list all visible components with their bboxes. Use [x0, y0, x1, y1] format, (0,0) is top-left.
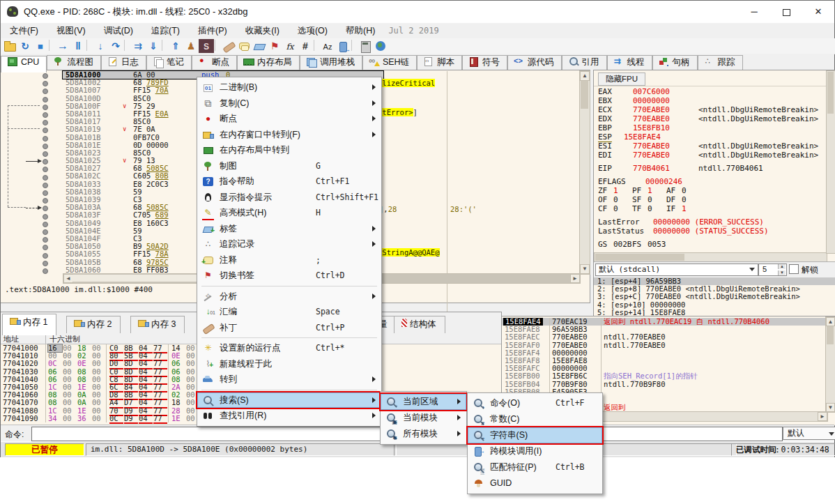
breakpoint-dot[interactable]: [43, 229, 48, 235]
tab-log[interactable]: 日志: [101, 55, 146, 70]
register-row[interactable]: EDX770EABE0<ntdll.DbgUiRemoteBreakin>: [598, 114, 828, 123]
call-argument-row[interactable]: 3: [esp+C] 770EABE0 <ntdll.DbgUiRemoteBr…: [594, 293, 835, 300]
menubar-item-0[interactable]: 文件(F): [1, 23, 47, 38]
flags-row[interactable]: CF0TF0IF1: [598, 204, 828, 213]
context-menu-item-6[interactable]: 指令帮助Ctrl+F1: [197, 174, 381, 190]
tab-seh-chain[interactable]: SEH链: [362, 55, 417, 70]
dump-tab[interactable]: 内存 3: [130, 316, 185, 335]
step-into-icon[interactable]: [93, 39, 108, 53]
command-script-type-select[interactable]: 默认: [783, 427, 835, 440]
breakpoint-dot[interactable]: [43, 245, 48, 250]
register-row-eflags[interactable]: EFLAGS00000246: [598, 177, 828, 186]
segment-registers-row[interactable]: GS002BFS0053: [598, 240, 828, 249]
calculator-icon[interactable]: [358, 39, 373, 53]
patches-icon[interactable]: [221, 39, 236, 53]
call-arguments-list[interactable]: 1: [esp+4] 96A59BB32: [esp+8] 770EABE0 <…: [594, 277, 835, 316]
pause-icon[interactable]: [70, 39, 86, 53]
menubar-item-7[interactable]: 帮助(H): [337, 23, 384, 38]
context-menu-item-3[interactable]: 在内存窗口中转到(F): [197, 127, 381, 143]
context-menu-item-5[interactable]: 制图G: [197, 158, 381, 174]
breakpoint-dot[interactable]: [43, 112, 48, 118]
scylla-icon[interactable]: [199, 39, 214, 53]
search-submenu-item-0[interactable]: 当前区域: [381, 394, 466, 410]
context-menu-item-2[interactable]: 断点: [197, 111, 381, 127]
lasterror-row[interactable]: LastError00000000 (ERROR_SUCCESS): [598, 217, 828, 227]
breakpoint-dot[interactable]: [43, 120, 48, 125]
breakpoint-dot[interactable]: [43, 268, 48, 274]
register-row[interactable]: EBX00000000: [598, 96, 828, 105]
stack-vscrollbar[interactable]: ▲ ▼: [825, 316, 835, 413]
breakpoint-dot[interactable]: [43, 136, 48, 142]
context-menu-item-11[interactable]: 注释;: [197, 252, 381, 268]
breakpoint-dot[interactable]: [43, 214, 48, 220]
unlock-checkbox[interactable]: [789, 264, 799, 274]
flags-row[interactable]: OF0SF0DF0: [598, 195, 828, 204]
tab-memory-map[interactable]: 内存布局: [237, 55, 300, 70]
tab-graph[interactable]: 流程图: [47, 55, 101, 70]
menubar-item-4[interactable]: 插件(P): [189, 23, 236, 38]
register-row[interactable]: EDI770EABE0<ntdll.DbgUiRemoteBreakin>: [598, 151, 828, 160]
context-menu-item-20[interactable]: 查找引用(R): [197, 408, 381, 424]
tab-symbols[interactable]: 符号: [462, 55, 507, 70]
menubar-item-2[interactable]: 调试(D): [95, 23, 142, 38]
menubar-item-1[interactable]: 视图(V): [47, 23, 95, 38]
register-row[interactable]: EAX007C6000: [598, 87, 828, 96]
run-icon[interactable]: [55, 39, 70, 53]
tab-trace[interactable]: 跟踪: [698, 55, 743, 70]
region-submenu-item-4[interactable]: 匹配特征(P)Ctrl+B: [468, 459, 602, 475]
hide-fpu-button[interactable]: 隐藏FPU: [598, 72, 645, 86]
region-submenu-item-2[interactable]: 字符串(S): [468, 427, 602, 443]
tab-source[interactable]: 源代码: [507, 55, 562, 70]
breakpoint-dot[interactable]: [43, 175, 48, 181]
breakpoint-dot[interactable]: [43, 183, 48, 188]
stack-row[interactable]: 15E8FB04770B9F80ntdll.770B9F80: [502, 381, 835, 388]
fx-functions-icon[interactable]: [282, 39, 298, 53]
breakpoint-dot[interactable]: [43, 81, 48, 86]
context-menu-item-17[interactable]: 新建线程于此: [197, 356, 381, 372]
context-menu-item-8[interactable]: 高亮模式(H)H: [197, 205, 381, 221]
breakpoint-dot[interactable]: [43, 89, 48, 94]
tab-breakpoints[interactable]: 断点: [192, 55, 237, 70]
register-row[interactable]: ECX770EABE0<ntdll.DbgUiRemoteBreakin>: [598, 105, 828, 114]
tab-threads[interactable]: 线程: [607, 55, 652, 70]
hash-patterns-icon[interactable]: [298, 39, 313, 53]
stop-debugging-icon[interactable]: [33, 39, 48, 53]
breakpoint-dot[interactable]: [43, 198, 48, 204]
breakpoint-dot[interactable]: [43, 222, 48, 227]
bookmarks-icon[interactable]: [267, 39, 282, 53]
search-submenu-item-2[interactable]: 所有模块: [381, 426, 466, 442]
tab-script[interactable]: 脚本: [417, 55, 462, 70]
search-submenu-item-1[interactable]: 当前模块: [381, 410, 466, 426]
dump-tab[interactable]: 内存 1: [2, 314, 56, 335]
context-menu-item-12[interactable]: 切换书签Ctrl+D: [197, 268, 381, 284]
registers-pane[interactable]: 隐藏FPU EAX007C6000EBX00000000ECX770EABE0<…: [593, 70, 835, 317]
run-to-user-code-icon[interactable]: [183, 39, 199, 53]
breakpoint-dot[interactable]: [43, 144, 48, 149]
stack-row[interactable]: 15E8FAEC770EABE0ntdll.770EABE0: [502, 333, 835, 341]
tab-handles[interactable]: 句柄: [652, 55, 698, 70]
flags-row[interactable]: ZF1PF1AF0: [598, 186, 828, 195]
az-appearance-icon[interactable]: [320, 39, 335, 53]
register-row-eip[interactable]: EIP770B4061ntdll.770B4061: [598, 164, 828, 173]
region-submenu-item-1[interactable]: 常数(C): [468, 411, 602, 427]
context-menu-item-16[interactable]: 设置新的运行点Ctrl+*: [197, 340, 381, 356]
menubar-item-3[interactable]: 追踪(T): [142, 23, 189, 38]
internet-icon[interactable]: [373, 39, 388, 53]
close-button[interactable]: ✕: [802, 1, 834, 22]
comments-icon[interactable]: [236, 39, 252, 53]
maximize-button[interactable]: [770, 1, 802, 22]
context-menu-item-13[interactable]: 分析: [197, 289, 381, 305]
context-menu-item-7[interactable]: 显示指令提示Ctrl+Shift+F1: [197, 190, 381, 206]
labels-icon[interactable]: [252, 39, 267, 53]
stack-row[interactable]: 15E8FAE4770EAC19返回到 ntdll.770EAC19 自 ntd…: [502, 318, 827, 326]
tab-references[interactable]: 引用: [562, 55, 607, 70]
region-submenu-item-3[interactable]: 跨模块调用(I): [468, 443, 602, 459]
breakpoint-dot[interactable]: [43, 190, 48, 196]
calling-convention-select[interactable]: 默认 (stdcall): [595, 264, 758, 276]
menubar-item-5[interactable]: 收藏夹(I): [236, 23, 289, 38]
dump-tab-struct[interactable]: 结构体: [394, 316, 445, 335]
context-menu-item-19[interactable]: 搜索(S): [197, 392, 381, 408]
open-file-icon[interactable]: [2, 39, 17, 53]
context-menu-item-14[interactable]: 汇编Space: [197, 304, 381, 320]
tab-notes[interactable]: 笔记: [146, 55, 192, 70]
